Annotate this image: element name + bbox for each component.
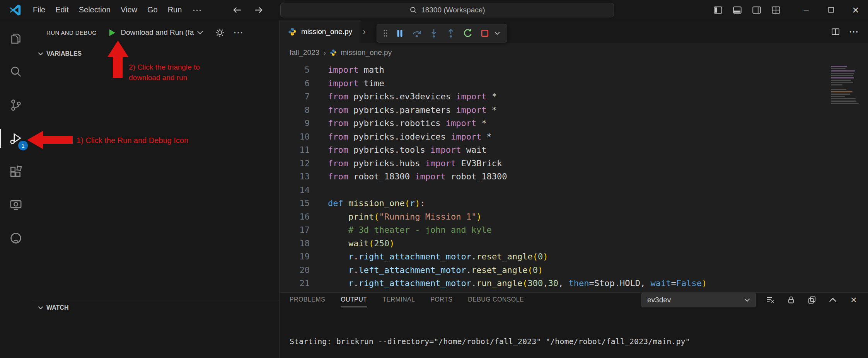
restart-icon[interactable] bbox=[460, 26, 475, 41]
minimap-line bbox=[831, 68, 846, 69]
github-icon[interactable] bbox=[0, 222, 32, 255]
minimap[interactable] bbox=[831, 66, 863, 104]
stop-icon[interactable] bbox=[477, 26, 492, 41]
remote-explorer-icon[interactable] bbox=[0, 188, 32, 222]
open-output-in-editor-icon[interactable] bbox=[805, 293, 819, 307]
tab-list-chevron-icon[interactable]: › bbox=[360, 20, 368, 43]
panel-tab-ports[interactable]: PORTS bbox=[430, 293, 452, 307]
code-text[interactable] bbox=[310, 184, 328, 197]
line-number: 13 bbox=[280, 170, 310, 184]
command-center-search[interactable]: 18300 (Workspace) bbox=[280, 3, 614, 17]
python-file-icon bbox=[330, 49, 337, 56]
code-text[interactable]: from pybricks.parameters import * bbox=[310, 104, 497, 117]
clear-output-icon[interactable] bbox=[764, 293, 777, 307]
minimap-line bbox=[831, 66, 847, 67]
code-text[interactable]: r.right_attachment_motor.run_angle(300,3… bbox=[310, 277, 707, 290]
titlebar-right: – × bbox=[710, 0, 868, 20]
minimap-line bbox=[831, 103, 859, 104]
step-over-icon[interactable] bbox=[409, 26, 424, 41]
menu-more-icon[interactable]: ⋯ bbox=[187, 3, 207, 17]
lock-autoscroll-icon[interactable] bbox=[784, 293, 798, 307]
maximize-button[interactable] bbox=[819, 0, 843, 20]
code-text[interactable]: wait(250) bbox=[310, 237, 394, 251]
close-panel-icon[interactable]: × bbox=[847, 293, 860, 307]
step-out-icon[interactable] bbox=[443, 26, 458, 41]
code-line: 16 print("Running Mission 1") bbox=[280, 210, 868, 224]
breadcrumb-file[interactable]: mission_one.py bbox=[341, 48, 392, 57]
code-editor[interactable]: 5import math6import time7from pybricks.e… bbox=[280, 62, 868, 292]
menu-view[interactable]: View bbox=[116, 3, 142, 17]
minimize-button[interactable]: – bbox=[794, 0, 819, 20]
search-view-icon[interactable] bbox=[0, 55, 32, 89]
panel-tab-debug-console[interactable]: DEBUG CONSOLE bbox=[468, 293, 524, 307]
vscode-window: File Edit Selection View Go Run ⋯ 18300 … bbox=[0, 0, 868, 358]
customize-layout-icon[interactable] bbox=[768, 2, 784, 18]
toggle-primary-sidebar-icon[interactable] bbox=[710, 2, 726, 18]
tab-mission-one[interactable]: mission_one.py bbox=[280, 20, 360, 43]
code-text[interactable]: import time bbox=[310, 77, 384, 90]
line-number: 12 bbox=[280, 157, 310, 170]
menu-file[interactable]: File bbox=[28, 3, 50, 17]
toggle-panel-icon[interactable] bbox=[730, 2, 745, 18]
back-icon[interactable] bbox=[229, 2, 245, 18]
panel-tab-terminal[interactable]: TERMINAL bbox=[382, 293, 415, 307]
code-text[interactable]: from pybricks.tools import wait bbox=[310, 143, 487, 157]
code-text[interactable]: from pybricks.ev3devices import * bbox=[310, 90, 497, 104]
code-text[interactable]: # 3d theater - john and kyle bbox=[310, 223, 492, 237]
source-control-icon[interactable] bbox=[0, 89, 32, 122]
code-text[interactable]: from robot_18300 import robot_18300 bbox=[310, 170, 507, 184]
code-line: 13from robot_18300 import robot_18300 bbox=[280, 170, 868, 184]
code-text[interactable]: from pybricks.hubs import EV3Brick bbox=[310, 157, 502, 170]
panel-tab-output[interactable]: OUTPUT bbox=[341, 293, 367, 307]
launch-config-chevron-icon[interactable] bbox=[197, 31, 203, 34]
annotation-arrow-up bbox=[107, 41, 128, 57]
code-line: 8from pybricks.parameters import * bbox=[280, 104, 868, 117]
step-into-icon[interactable] bbox=[426, 26, 441, 41]
debug-more-chevron-icon[interactable] bbox=[495, 31, 503, 35]
menubar: File Edit Selection View Go Run ⋯ bbox=[28, 3, 207, 17]
output-log: Starting: brickrun --directory="/home/ro… bbox=[280, 307, 868, 358]
menu-selection[interactable]: Selection bbox=[74, 3, 116, 17]
chevron-down-icon bbox=[744, 298, 750, 302]
watch-section-header[interactable]: WATCH bbox=[32, 300, 279, 315]
code-lines: 5import math6import time7from pybricks.e… bbox=[280, 63, 868, 290]
forward-icon[interactable] bbox=[251, 2, 266, 18]
debug-toolbar bbox=[377, 24, 507, 43]
search-icon bbox=[409, 6, 417, 14]
code-line: 12from pybricks.hubs import EV3Brick bbox=[280, 157, 868, 170]
launch-config-label[interactable]: Download and Run (fa bbox=[121, 28, 194, 37]
launch-settings-gear-icon[interactable] bbox=[213, 26, 226, 39]
code-text[interactable]: import math bbox=[310, 63, 384, 77]
minimap-line bbox=[831, 70, 855, 72]
toggle-secondary-sidebar-icon[interactable] bbox=[749, 2, 764, 18]
extensions-icon[interactable] bbox=[0, 155, 32, 188]
sidebar-more-actions-icon[interactable]: ⋯ bbox=[233, 27, 243, 39]
maximize-panel-chevron-up-icon[interactable] bbox=[826, 293, 839, 307]
code-text[interactable]: from pybricks.iodevices import * bbox=[310, 130, 492, 144]
output-channel-select[interactable]: ev3dev bbox=[641, 293, 756, 307]
code-line: 15def mission_one(r): bbox=[280, 197, 868, 210]
breadcrumb-folder[interactable]: fall_2023 bbox=[290, 48, 319, 57]
debug-session-badge: 1 bbox=[18, 141, 28, 150]
menu-edit[interactable]: Edit bbox=[50, 3, 73, 17]
pause-icon[interactable] bbox=[392, 26, 407, 41]
panel-tab-problems[interactable]: PROBLEMS bbox=[290, 293, 325, 307]
editor-more-actions-icon[interactable]: ⋯ bbox=[849, 26, 859, 38]
code-text[interactable]: from pybricks.robotics import * bbox=[310, 117, 487, 130]
line-number: 15 bbox=[280, 197, 310, 210]
code-text[interactable]: def mission_one(r): bbox=[310, 197, 425, 210]
menu-go[interactable]: Go bbox=[142, 3, 163, 17]
code-text[interactable]: print("Running Mission 1") bbox=[310, 210, 481, 224]
menu-run[interactable]: Run bbox=[163, 3, 187, 17]
explorer-icon[interactable] bbox=[0, 22, 32, 55]
variables-section-header[interactable]: VARIABLES bbox=[32, 46, 279, 61]
split-editor-icon[interactable] bbox=[831, 27, 840, 36]
code-text[interactable]: r.right_attachment_motor.reset_angle(0) bbox=[310, 250, 548, 264]
titlebar: File Edit Selection View Go Run ⋯ 18300 … bbox=[0, 0, 868, 20]
chevron-down-icon bbox=[38, 306, 43, 310]
annotation-step2-line2: download and run bbox=[129, 72, 200, 83]
code-text[interactable]: r.left_attachment_motor.reset_angle(0) bbox=[310, 264, 543, 277]
debug-toolbar-grip-icon[interactable] bbox=[381, 26, 390, 41]
close-window-button[interactable]: × bbox=[843, 0, 868, 20]
start-debug-icon[interactable] bbox=[107, 27, 117, 38]
